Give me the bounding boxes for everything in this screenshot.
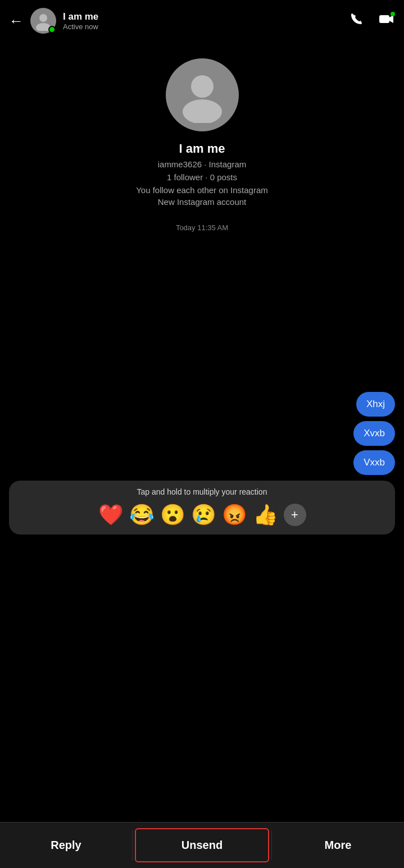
messages-container: Xhxj Xvxb Vxxb [0,392,404,475]
reaction-cry[interactable]: 😢 [191,503,216,527]
online-indicator [48,26,56,33]
profile-stats: 1 follower · 0 posts [167,172,237,182]
reaction-thumbsup[interactable]: 👍 [253,503,278,527]
svg-point-4 [191,75,214,98]
reaction-tooltip-wrap: Tap and hold to multiply your reaction ❤… [9,481,395,534]
header-name: I am me [63,11,349,22]
svg-point-5 [183,99,222,123]
unsend-button[interactable]: Unsend [135,828,269,862]
svg-point-3 [391,12,395,16]
svg-rect-2 [379,15,389,23]
more-button[interactable]: More [272,823,404,868]
chat-timestamp: Today 11:35 AM [9,223,395,232]
reaction-emojis: ❤️ 😂 😮 😢 😡 👍 + [98,503,306,527]
divider-left [132,830,133,860]
reaction-hint: Tap and hold to multiply your reaction [137,487,267,496]
header-info: I am me Active now [63,11,349,31]
reaction-heart[interactable]: ❤️ [98,503,124,527]
reaction-wow[interactable]: 😮 [160,503,185,527]
phone-icon[interactable] [349,11,365,31]
message-bubble[interactable]: Vxxb [353,450,395,475]
reaction-add-button[interactable]: + [284,504,306,526]
header-status: Active now [63,22,349,31]
message-bubble[interactable]: Xvxb [353,421,395,446]
profile-section: I am me iamme3626 · Instagram 1 follower… [0,42,404,212]
reaction-tooltip: Tap and hold to multiply your reaction ❤… [9,481,395,534]
bottom-bar: Reply Unsend More [0,822,404,868]
reaction-laugh[interactable]: 😂 [129,503,155,527]
video-icon[interactable] [378,11,395,31]
header-icons [349,11,395,31]
profile-name: I am me [179,141,225,156]
profile-mutual: You follow each other on Instagram [136,185,268,195]
reaction-angry[interactable]: 😡 [222,503,247,527]
message-bubble[interactable]: Xhxj [356,392,395,417]
header-avatar-wrap [30,8,56,34]
header: ← I am me Active now [0,0,404,42]
chat-area: Today 11:35 AM [0,212,404,381]
svg-point-0 [39,14,47,22]
reply-button[interactable]: Reply [0,823,132,868]
profile-avatar [166,58,239,131]
back-button[interactable]: ← [9,12,24,30]
profile-handle: iamme3626 · Instagram [158,159,247,169]
profile-new-account: New Instagram account [158,197,247,207]
